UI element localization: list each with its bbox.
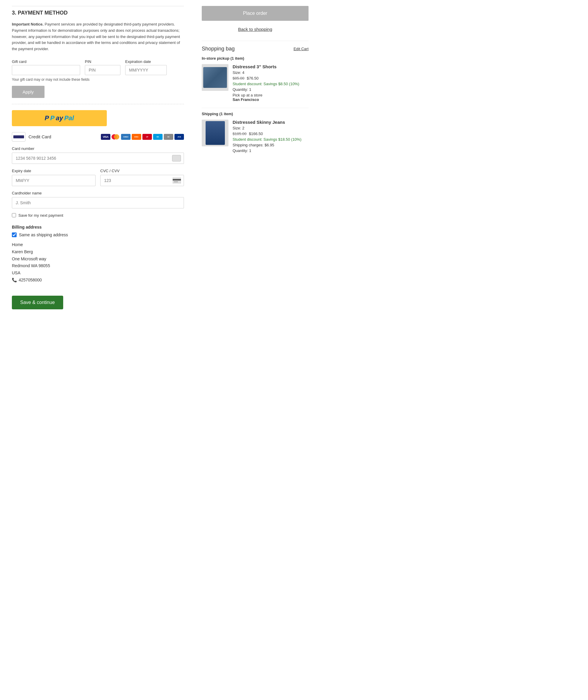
paypal-button[interactable]: P P ay Pal: [12, 110, 107, 126]
card-number-label: Card number: [12, 146, 184, 151]
paypal-p1: P: [45, 114, 49, 122]
cvc-wrapper: [100, 175, 184, 186]
item2-sale-price: $166.50: [249, 131, 263, 136]
save-payment-row: Save for my next payment: [12, 213, 184, 217]
pin-label: PIN: [85, 59, 120, 64]
item2-discount: Student discount: Savings $18.50 (10%): [233, 137, 309, 142]
item1-original-price: $85.00: [233, 76, 244, 80]
cardholder-label: Cardholder name: [12, 191, 184, 195]
item1-price-row: $85.00 $76.50: [233, 76, 309, 80]
visa-icon: VISA: [101, 134, 110, 140]
item2-original-price: $185.00: [233, 131, 247, 136]
gift-card-expiry-input[interactable]: [125, 65, 167, 75]
gift-card-fields: Gift card PIN Expiration date: [12, 59, 184, 75]
save-continue-button[interactable]: Save & continue: [12, 296, 63, 309]
item1-name: Distressed 3" Shorts: [233, 64, 309, 69]
gift-card-input[interactable]: [12, 65, 80, 75]
item2-size: Size: 2: [233, 126, 309, 130]
item2-name: Distressed Skinny Jeans: [233, 120, 309, 125]
phone-row: 📞 4257058000: [12, 277, 184, 284]
card-logos: VISA AMEX DISC UP MA DC JCB: [101, 134, 184, 140]
cardholder-input[interactable]: [12, 197, 184, 208]
address-name: Karen Berg: [12, 248, 184, 255]
same-address-row: Same as shipping address: [12, 232, 184, 237]
phone-icon: 📞: [12, 277, 17, 284]
expiry-label: Expiry date: [12, 169, 96, 173]
credit-card-icon-box: [12, 132, 26, 142]
save-payment-label: Save for my next payment: [18, 213, 63, 217]
shipping-label: Shipping (1 item): [202, 108, 309, 116]
item2-price-row: $185.00 $166.50: [233, 131, 309, 136]
address-country: USA: [12, 269, 184, 277]
card-stripe-icon: [13, 135, 24, 138]
item2-image: [202, 120, 228, 146]
item2-shipping-charges: Shipping charges: $6.95: [233, 143, 309, 147]
address-type: Home: [12, 241, 184, 248]
maestro-icon: MA: [153, 134, 163, 140]
svg-rect-1: [173, 179, 181, 180]
notice-label: Important Notice.: [12, 22, 44, 26]
paypal-wordmark: ay: [56, 114, 63, 122]
expiry-cvc-row: Expiry date CVC / CVV: [12, 169, 184, 191]
paypal-logo: P P ay Pal: [45, 114, 74, 122]
edit-cart-link[interactable]: Edit Cart: [293, 47, 309, 51]
shopping-bag-title: Shopping bag: [202, 46, 235, 52]
billing-title: Billing address: [12, 225, 184, 229]
credit-card-label: Credit Card: [28, 134, 51, 139]
cvc-field: CVC / CVV: [100, 169, 184, 186]
apply-button[interactable]: Apply: [12, 86, 45, 98]
diners-icon: DC: [164, 134, 173, 140]
place-order-button[interactable]: Place order: [202, 6, 309, 21]
right-panel: Place order Back to shopping Shopping ba…: [196, 6, 309, 309]
expiry-field: Expiry date: [12, 169, 96, 186]
card-number-input[interactable]: [12, 153, 184, 164]
amex-icon: AMEX: [121, 134, 131, 140]
item1-sale-price: $76.50: [247, 76, 259, 80]
address-street: One Microsoft way: [12, 255, 184, 263]
shorts-image: [203, 67, 227, 88]
paypal-p2: P: [50, 114, 55, 122]
gift-card-section: Gift card PIN Expiration date Your gift …: [12, 59, 184, 98]
instore-pickup-label: In-store pickup (1 item): [202, 56, 309, 61]
credit-card-header: Credit Card VISA AMEX DISC UP MA DC JCB: [12, 132, 184, 142]
unionpay-icon: UP: [142, 134, 152, 140]
shopping-bag-header: Shopping bag Edit Cart: [202, 46, 309, 52]
section-heading: 3. PAYMENT METHOD: [12, 6, 184, 16]
pin-field-group: PIN: [85, 59, 120, 75]
address-city-state: Redmond WA 98055: [12, 262, 184, 269]
card-number-wrapper: [12, 153, 184, 164]
item1-quantity: Quantity: 1: [233, 87, 309, 92]
back-to-shopping-link[interactable]: Back to shopping: [202, 27, 309, 32]
jeans-image: [206, 121, 225, 145]
cart-item-1: Distressed 3" Shorts Size: 4 $85.00 $76.…: [202, 64, 309, 102]
pin-input[interactable]: [85, 65, 120, 75]
card-number-field: Card number: [12, 146, 184, 164]
cardholder-field: Cardholder name: [12, 191, 184, 208]
gift-card-label: Gift card: [12, 59, 80, 64]
page-container: 3. PAYMENT METHOD Important Notice. Paym…: [0, 0, 588, 315]
credit-card-section: Credit Card VISA AMEX DISC UP MA DC JCB …: [12, 132, 184, 217]
same-address-label: Same as shipping address: [19, 232, 68, 237]
discover-icon: DISC: [132, 134, 141, 140]
same-address-checkbox[interactable]: [12, 232, 17, 237]
cvc-input[interactable]: [100, 175, 184, 186]
item1-pickup-store: San Francisco: [233, 97, 309, 102]
expiration-label: Expiration date: [125, 59, 167, 64]
expiry-input[interactable]: [12, 175, 96, 186]
phone-number: 4257058000: [19, 277, 42, 284]
svg-rect-2: [174, 181, 178, 182]
save-payment-checkbox[interactable]: [12, 213, 16, 217]
item1-pickup-label: Pick up at a store: [233, 93, 309, 97]
item1-image: [202, 64, 228, 91]
card-chip-icon: [172, 155, 181, 161]
item1-details: Distressed 3" Shorts Size: 4 $85.00 $76.…: [233, 64, 309, 102]
address-block: Home Karen Berg One Microsoft way Redmon…: [12, 241, 184, 284]
cvc-label: CVC / CVV: [100, 169, 184, 173]
billing-section: Billing address Same as shipping address…: [12, 225, 184, 284]
cart-item-2: Distressed Skinny Jeans Size: 2 $185.00 …: [202, 120, 309, 154]
shopping-bag-section: Shopping bag Edit Cart In-store pickup (…: [202, 41, 309, 154]
cvc-card-icon: [173, 177, 181, 183]
left-panel: 3. PAYMENT METHOD Important Notice. Paym…: [12, 6, 184, 309]
item2-quantity: Quantity: 1: [233, 148, 309, 153]
important-notice: Important Notice. Payment services are p…: [12, 21, 184, 52]
